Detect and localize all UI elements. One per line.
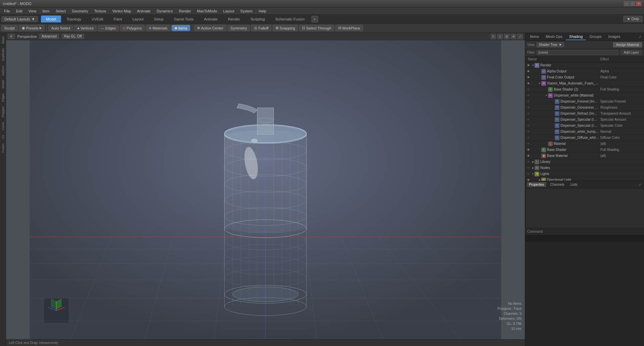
tab-scripting[interactable]: Scripting xyxy=(245,15,270,22)
rp-tab-mesh-ops[interactable]: Mesh Ops xyxy=(542,34,566,40)
ray-gl-btn[interactable]: Ray GL: Off xyxy=(62,34,84,39)
tree-row-render[interactable]: 👁 ▼ R Render xyxy=(525,62,644,68)
tree-row-fresnel[interactable]: 👁 T Dispenser_Fresnel (Image) Specular F… xyxy=(525,99,644,105)
tree-row-bump[interactable]: 👁 T Dispenser_white_bump (Image) Normal xyxy=(525,129,644,135)
shader-tree-content[interactable]: 👁 ▼ R Render 👁 O Alpha Output Alpha xyxy=(525,62,644,181)
auto-select-button[interactable]: Auto Select xyxy=(48,25,73,31)
viewport-menu-btn[interactable]: ≡ xyxy=(8,34,15,39)
tree-row-dispenser-mat[interactable]: 👁 ▼ M Dispenser_white (Material) xyxy=(525,93,644,99)
tree-row-base-material[interactable]: 👁 ◉ Base Material (all) xyxy=(525,153,644,159)
expand-icon[interactable]: ⤢ xyxy=(517,34,523,39)
tree-row-base-shader[interactable]: 👁 S Base Shader Full Shading xyxy=(525,147,644,153)
add-tab-button[interactable]: + xyxy=(311,16,318,22)
expand-arrow[interactable]: ▶ xyxy=(531,160,535,164)
command-input[interactable] xyxy=(525,235,644,242)
tab-setup[interactable]: Setup xyxy=(149,15,169,22)
maximize-button[interactable]: □ xyxy=(630,1,635,6)
falloff-button[interactable]: ◎ Falloff xyxy=(251,25,271,31)
menu-render[interactable]: Render xyxy=(176,8,194,14)
camera-icon[interactable]: ⊞ xyxy=(504,34,509,39)
visibility-icon[interactable]: 👁 xyxy=(525,62,531,68)
tree-row-specular[interactable]: 👁 T Dispenser_Specular (Image) Specular … xyxy=(525,123,644,129)
rp-tab-groups[interactable]: Groups xyxy=(586,34,605,40)
view-dropdown[interactable]: Shader Tree ▼ xyxy=(537,42,564,47)
bp-tab-properties[interactable]: Properties xyxy=(527,182,546,187)
assign-material-button[interactable]: Assign Material xyxy=(613,42,642,47)
visibility-icon[interactable]: 👁 xyxy=(525,177,531,181)
tab-uvedit[interactable]: UVEdit xyxy=(87,15,108,22)
tab-game-tools[interactable]: Game Tools xyxy=(169,15,199,22)
presets-button[interactable]: ◉ Presets ▶ xyxy=(19,25,45,31)
expand-arrow[interactable]: ▼ xyxy=(538,82,541,85)
tab-model[interactable]: Model xyxy=(41,15,61,22)
visibility-icon[interactable]: 👁 xyxy=(525,153,531,159)
menu-file[interactable]: File xyxy=(1,8,13,14)
tree-row-library[interactable]: 👁 ▶ L Library xyxy=(525,159,644,165)
tab-render[interactable]: Render xyxy=(223,15,245,22)
menu-animate[interactable]: Animate xyxy=(134,8,153,14)
bp-tab-lists[interactable]: Lists xyxy=(568,182,580,187)
rp-tab-images[interactable]: Images xyxy=(605,34,624,40)
vertices-button[interactable]: ● Vertices xyxy=(74,25,97,31)
rp-tab-items[interactable]: Items xyxy=(527,34,542,40)
tree-row-refract[interactable]: 👁 T Dispenser_Refract (Image) Transparen… xyxy=(525,111,644,117)
menu-dynamics[interactable]: Dynamics xyxy=(154,8,176,14)
menu-view[interactable]: View xyxy=(26,8,39,14)
tree-row-alpha[interactable]: 👁 O Alpha Output Alpha xyxy=(525,68,644,74)
settings-icon[interactable]: ⚙ xyxy=(511,34,516,39)
viewport-canvas[interactable]: No Items Polygons : Face Channels: 0 Def… xyxy=(6,40,525,339)
snapping-button[interactable]: ⊞ Snapping xyxy=(273,25,298,31)
tab-schematic[interactable]: Schematic Fusion xyxy=(270,15,309,22)
expand-arrow[interactable]: ▶ xyxy=(538,178,541,181)
workplane-button[interactable]: ⊟ WorkPlane xyxy=(335,25,363,31)
expand-arrow[interactable]: ▼ xyxy=(531,172,535,176)
sidebar-item-duplicate[interactable]: Duplicate xyxy=(0,46,6,63)
layouts-dropdown[interactable]: Default Layouts ▼ xyxy=(1,16,38,22)
sidebar-item-curve[interactable]: Curve xyxy=(0,120,6,132)
minimize-button[interactable]: ─ xyxy=(624,1,629,6)
tab-animate[interactable]: Animate xyxy=(199,15,222,22)
sidebar-item-basic[interactable]: Basic xyxy=(0,34,6,46)
sidebar-item-polygon[interactable]: Polygon xyxy=(0,104,6,119)
sidebar-item-uv[interactable]: UV xyxy=(0,133,6,141)
menu-help[interactable]: Help xyxy=(256,8,269,14)
visibility-icon[interactable]: 👁 xyxy=(525,68,531,74)
menu-geometry[interactable]: Geometry xyxy=(69,8,91,14)
polygons-button[interactable]: ◇ Polygons xyxy=(120,25,145,31)
close-button[interactable]: ✕ xyxy=(636,1,641,6)
sync-icon[interactable]: ↻ xyxy=(491,34,496,39)
panel-expand-button[interactable]: ⤢ xyxy=(637,35,643,39)
menu-layout[interactable]: Layout xyxy=(220,8,237,14)
materials-button[interactable]: ◈ Materials xyxy=(146,25,170,31)
sidebar-item-fusion[interactable]: Fusion xyxy=(0,141,6,155)
expand-arrow[interactable]: ▼ xyxy=(531,64,535,67)
edges-button[interactable]: — Edges xyxy=(98,25,119,31)
menu-item[interactable]: Item xyxy=(40,8,52,14)
tree-row-dir-light[interactable]: 👁 ▶ ▷ Directional Light xyxy=(525,177,644,181)
tree-row-diffuse[interactable]: 👁 T Dispenser_Diffuse_white (Image) Diff… xyxy=(525,135,644,141)
tree-row-material[interactable]: 👁 L Material (all) xyxy=(525,141,644,147)
only-button[interactable]: ★ Only xyxy=(623,16,643,22)
tree-row-xiaomi[interactable]: 👁 ▼ M Xiaomi_Mijia_Automatic_Foam_Soap_D… xyxy=(525,80,644,86)
lock-icon[interactable]: ⊙ xyxy=(497,34,503,39)
tab-paint[interactable]: Paint xyxy=(109,15,127,22)
items-button[interactable]: ◆ Items xyxy=(171,25,190,31)
select-through-button[interactable]: ⊡ Select Through xyxy=(299,25,334,31)
filter-dropdown[interactable]: (none) xyxy=(537,50,618,55)
visibility-icon[interactable]: 👁 xyxy=(525,147,531,153)
tree-row-nodes[interactable]: 👁 ▶ N Nodes xyxy=(525,165,644,171)
sidebar-item-deform[interactable]: Deform xyxy=(0,64,6,78)
expand-arrow[interactable]: ▶ xyxy=(531,166,535,170)
bp-expand-button[interactable]: ⤢ xyxy=(637,183,643,186)
tree-row-glossiness[interactable]: 👁 T Dispenser_Glossiness (Image) Roughne… xyxy=(525,105,644,111)
sidebar-item-edges[interactable]: Edges xyxy=(0,91,6,104)
menu-vertex-map[interactable]: Vertex Map xyxy=(110,8,134,14)
bp-tab-channels[interactable]: Channels xyxy=(548,182,566,187)
tree-row-lights[interactable]: 👁 ▼ ☀ Lights xyxy=(525,171,644,177)
symmetry-button[interactable]: Symmetry xyxy=(228,25,250,31)
tree-row-base-shader-2[interactable]: 👁 S Base Shader (2) Full Shading xyxy=(525,86,644,93)
visibility-icon[interactable]: 👁 xyxy=(525,74,531,80)
menu-edit[interactable]: Edit xyxy=(13,8,25,14)
advanced-btn[interactable]: Advanced xyxy=(39,34,59,39)
sidebar-item-model[interactable]: Model xyxy=(0,78,6,91)
